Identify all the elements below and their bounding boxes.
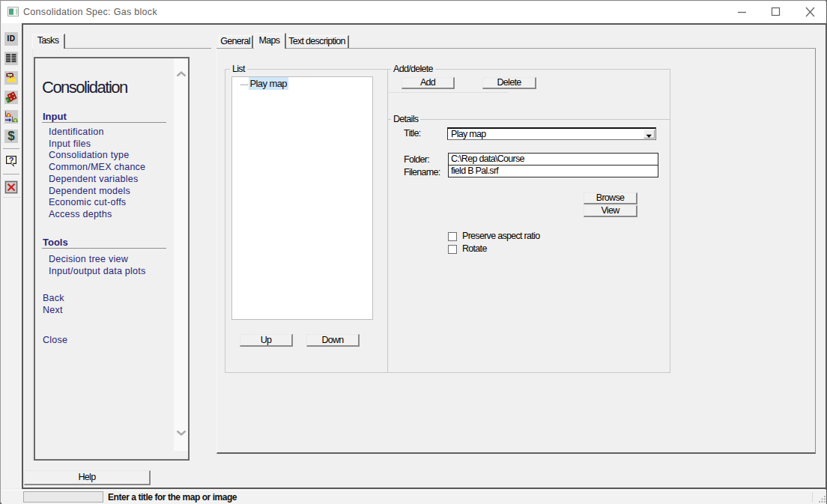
svg-text:?: ? [9, 156, 14, 165]
